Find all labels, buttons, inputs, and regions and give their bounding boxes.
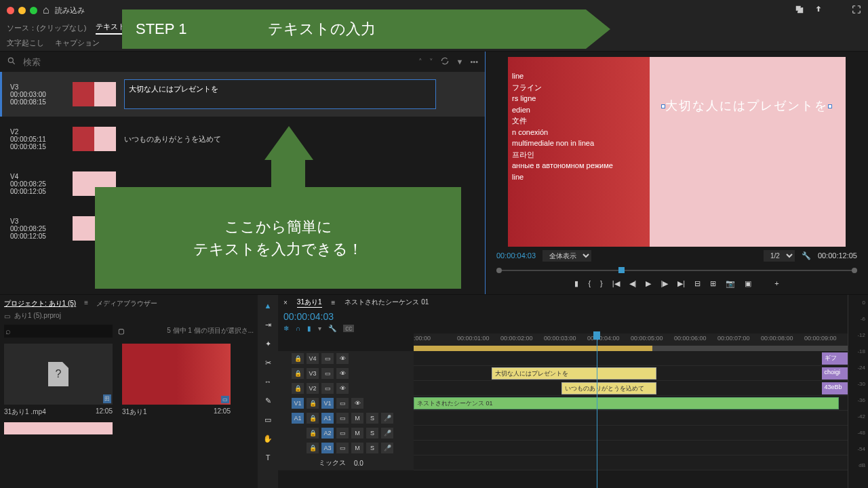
- cc-icon[interactable]: cc: [343, 325, 354, 332]
- quick-export-icon[interactable]: [795, 5, 804, 16]
- sync-icon[interactable]: ▭: [321, 368, 334, 379]
- playhead-icon[interactable]: [593, 331, 600, 340]
- lock-icon[interactable]: 🔒: [307, 443, 319, 453]
- tab-media-browser[interactable]: メディアブラウザー: [96, 299, 157, 308]
- monitor-time[interactable]: 00:00:04:03: [496, 251, 536, 260]
- step-back-icon[interactable]: ◀|: [629, 279, 637, 288]
- pen-tool-icon[interactable]: ✎: [261, 394, 275, 407]
- lift-icon[interactable]: ⊟: [694, 279, 701, 288]
- clip[interactable]: ネストされたシーケンス 01: [414, 397, 839, 409]
- mute-icon[interactable]: M: [351, 428, 363, 439]
- lock-icon[interactable]: 🔒: [292, 383, 304, 394]
- lock-icon[interactable]: 🔒: [307, 413, 319, 424]
- minimize-icon[interactable]: [18, 7, 26, 14]
- window-controls[interactable]: [7, 7, 37, 14]
- sync-icon[interactable]: ▭: [336, 413, 349, 424]
- razor-tool-icon[interactable]: ✂: [261, 356, 275, 369]
- clip[interactable]: いつものありがとうを込めて: [561, 382, 657, 394]
- search-icon[interactable]: [7, 56, 16, 67]
- sync-icon[interactable]: ▭: [336, 443, 349, 453]
- sequence-tab[interactable]: 31あり1: [297, 298, 322, 308]
- goto-in-icon[interactable]: |◀: [612, 279, 620, 288]
- fullscreen-icon[interactable]: [852, 5, 861, 16]
- track-select-tool-icon[interactable]: ⇥: [261, 318, 275, 331]
- clip[interactable]: 大切な人にはプレゼントを: [492, 367, 656, 380]
- snap-icon[interactable]: ❄: [283, 325, 289, 332]
- chevron-down-icon[interactable]: ˅: [429, 58, 433, 66]
- in-point-icon[interactable]: {: [588, 279, 591, 288]
- tab-project[interactable]: プロジェクト: あり1 (5): [4, 299, 76, 308]
- filter-icon[interactable]: ▼: [456, 58, 464, 66]
- eye-icon[interactable]: 👁: [336, 368, 349, 379]
- subtab-transcribe[interactable]: 文字起こし: [7, 38, 44, 48]
- settings-icon[interactable]: ▾: [318, 325, 321, 332]
- eye-icon[interactable]: 👁: [351, 398, 363, 409]
- track-name[interactable]: A2: [321, 428, 334, 439]
- eye-icon[interactable]: 👁: [336, 353, 349, 364]
- maximize-icon[interactable]: [30, 7, 37, 14]
- workspace-icon[interactable]: [833, 5, 842, 16]
- mic-icon[interactable]: 🎤: [381, 413, 393, 424]
- program-monitor[interactable]: lineフラインrs ligneedien文件n conexiónmultime…: [508, 57, 846, 247]
- rectangle-tool-icon[interactable]: ▭: [261, 413, 275, 426]
- search-input[interactable]: [23, 57, 412, 67]
- tab-source[interactable]: ソース：(クリップなし): [7, 23, 86, 33]
- marker-icon[interactable]: ▮: [574, 279, 578, 288]
- monitor-scrubber[interactable]: [496, 266, 857, 275]
- ripple-tool-icon[interactable]: ✦: [261, 337, 275, 350]
- text-overlay-selected[interactable]: 大切な人にはプレゼントを: [661, 98, 832, 114]
- timeline-ruler[interactable]: :00:00 00:00:01:00 00:00:02:00 00:00:03:…: [414, 333, 848, 346]
- sync-icon[interactable]: ▭: [321, 353, 334, 364]
- solo-icon[interactable]: S: [366, 428, 378, 439]
- lock-icon[interactable]: 🔒: [307, 398, 319, 409]
- sync-icon[interactable]: ▭: [336, 398, 349, 409]
- extract-icon[interactable]: ⊞: [710, 279, 716, 288]
- track-name[interactable]: A1: [321, 413, 334, 424]
- goto-out-icon[interactable]: ▶|: [677, 279, 685, 288]
- bin-item[interactable]: ▭ 31あり112:05: [122, 344, 231, 434]
- close-icon[interactable]: [7, 7, 14, 14]
- subtab-caption[interactable]: キャプション: [55, 38, 100, 48]
- marker-icon[interactable]: ▮: [307, 325, 311, 332]
- track-name[interactable]: V2: [307, 383, 319, 394]
- solo-icon[interactable]: S: [366, 413, 378, 424]
- sync-icon[interactable]: ▭: [336, 428, 349, 439]
- mute-icon[interactable]: M: [351, 443, 363, 453]
- home-icon[interactable]: ⌂: [43, 4, 50, 16]
- lock-icon[interactable]: 🔒: [292, 353, 304, 364]
- lock-icon[interactable]: 🔒: [307, 428, 319, 439]
- eye-icon[interactable]: 👁: [336, 383, 349, 394]
- playhead-icon[interactable]: [618, 267, 625, 273]
- resolution-select[interactable]: 1/2: [764, 250, 795, 262]
- mic-icon[interactable]: 🎤: [381, 428, 393, 439]
- hand-tool-icon[interactable]: ✋: [261, 432, 275, 445]
- timeline-timecode[interactable]: 00:00:04:03: [278, 310, 848, 323]
- out-point-icon[interactable]: }: [600, 279, 603, 288]
- track-name[interactable]: V4: [307, 353, 319, 364]
- sync-icon[interactable]: ▭: [321, 383, 334, 394]
- tab-text[interactable]: テキスト: [96, 22, 125, 35]
- track-name[interactable]: V1: [321, 398, 334, 409]
- work-area-bar[interactable]: [414, 346, 848, 351]
- track-name[interactable]: A3: [321, 443, 334, 453]
- project-search[interactable]: [4, 325, 113, 338]
- slip-tool-icon[interactable]: ↔: [261, 375, 275, 388]
- caption-text-input[interactable]: 大切な人にはプレゼントを: [124, 79, 436, 109]
- share-icon[interactable]: [814, 5, 823, 16]
- track-name[interactable]: V3: [307, 368, 319, 379]
- bin-icon[interactable]: ▭: [4, 312, 10, 320]
- wrench-icon[interactable]: 🔧: [328, 325, 336, 332]
- selection-tool-icon[interactable]: ▲: [261, 299, 275, 312]
- type-tool-icon[interactable]: T: [261, 451, 275, 464]
- mix-value[interactable]: 0.0: [354, 460, 363, 467]
- more-icon[interactable]: •••: [470, 58, 478, 66]
- caption-row[interactable]: V200:00:05:1100:00:08:15 いつものありがとうを込めて: [0, 117, 485, 161]
- add-button-icon[interactable]: +: [774, 279, 778, 288]
- playhead-line[interactable]: [597, 331, 597, 488]
- sequence-tab[interactable]: ネストされたシーケンス 01: [344, 298, 429, 307]
- folder-icon[interactable]: ▢: [118, 327, 124, 335]
- mic-icon[interactable]: 🎤: [381, 443, 393, 453]
- step-fwd-icon[interactable]: |▶: [660, 279, 668, 288]
- zoom-fit-select[interactable]: 全体表示: [542, 250, 591, 262]
- source-patch[interactable]: V1: [292, 398, 304, 409]
